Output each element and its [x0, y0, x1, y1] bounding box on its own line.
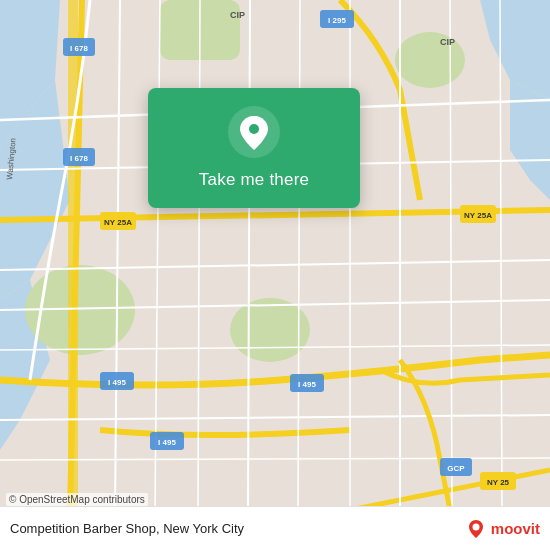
svg-rect-11: [68, 0, 78, 510]
location-info: Competition Barber Shop, New York City: [10, 521, 244, 536]
location-pin-icon: [228, 106, 280, 158]
svg-text:NY 25A: NY 25A: [464, 211, 492, 220]
svg-text:NY 25A: NY 25A: [104, 218, 132, 227]
svg-point-56: [472, 523, 479, 530]
map-background: I 678 I 678 CIP CIP I 295 NY 25A NY 25A …: [0, 0, 550, 550]
svg-text:I 678: I 678: [70, 154, 88, 163]
svg-text:NY 25: NY 25: [487, 478, 510, 487]
svg-point-55: [249, 124, 259, 134]
svg-text:I 295: I 295: [328, 16, 346, 25]
location-card: Take me there: [148, 88, 360, 208]
map-container: I 678 I 678 CIP CIP I 295 NY 25A NY 25A …: [0, 0, 550, 550]
svg-text:I 495: I 495: [158, 438, 176, 447]
moovit-pin-icon: [465, 518, 487, 540]
svg-text:CIP: CIP: [230, 10, 245, 20]
bottom-bar: Competition Barber Shop, New York City m…: [0, 506, 550, 550]
take-me-there-button[interactable]: Take me there: [199, 166, 309, 194]
svg-text:GCP: GCP: [447, 464, 465, 473]
moovit-logo[interactable]: moovit: [465, 518, 540, 540]
svg-text:I 495: I 495: [108, 378, 126, 387]
svg-text:I 678: I 678: [70, 44, 88, 53]
moovit-text: moovit: [491, 520, 540, 537]
svg-text:I 495: I 495: [298, 380, 316, 389]
osm-attribution: © OpenStreetMap contributors: [6, 493, 148, 506]
svg-text:CIP: CIP: [440, 37, 455, 47]
